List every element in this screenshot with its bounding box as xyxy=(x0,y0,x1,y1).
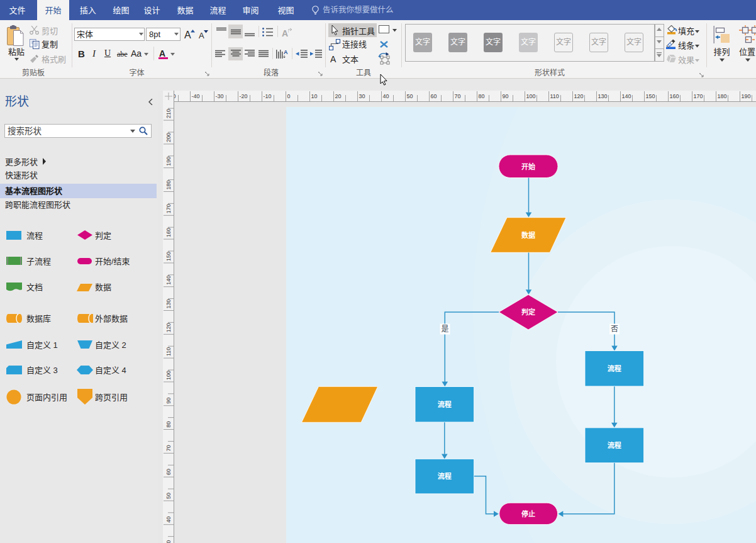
svg-text:流程: 流程 xyxy=(608,441,621,449)
svg-text:30: 30 xyxy=(359,93,365,99)
svg-text:190: 190 xyxy=(742,93,751,99)
svg-text:160: 160 xyxy=(165,228,172,237)
svg-text:数据: 数据 xyxy=(521,231,535,239)
svg-text:180: 180 xyxy=(718,93,727,99)
svg-text:否: 否 xyxy=(611,325,618,333)
svg-text:120: 120 xyxy=(165,323,172,332)
svg-text:100: 100 xyxy=(526,93,536,99)
svg-text:130: 130 xyxy=(598,93,608,99)
svg-text:100: 100 xyxy=(165,371,172,380)
svg-text:60: 60 xyxy=(165,469,172,475)
svg-text:流程: 流程 xyxy=(608,364,621,372)
svg-text:0: 0 xyxy=(287,93,291,99)
svg-text:20: 20 xyxy=(335,93,342,99)
svg-text:-30: -30 xyxy=(216,93,224,99)
svg-text:210: 210 xyxy=(165,109,172,118)
svg-text:开始: 开始 xyxy=(521,162,535,171)
svg-text:120: 120 xyxy=(574,93,584,99)
svg-text:流程: 流程 xyxy=(438,472,452,480)
svg-text:A: A xyxy=(284,49,288,55)
svg-text:70: 70 xyxy=(165,445,172,451)
svg-text:150: 150 xyxy=(646,93,655,99)
svg-text:110: 110 xyxy=(550,93,559,99)
svg-text:180: 180 xyxy=(165,180,172,189)
svg-text:150: 150 xyxy=(165,252,172,261)
svg-text:30: 30 xyxy=(165,540,172,543)
svg-text:-10: -10 xyxy=(264,93,272,99)
svg-text:50: 50 xyxy=(165,493,172,499)
svg-text:130: 130 xyxy=(165,299,172,308)
svg-text:60: 60 xyxy=(431,93,437,99)
svg-text:160: 160 xyxy=(670,93,679,99)
svg-text:50: 50 xyxy=(407,93,413,99)
svg-text:170: 170 xyxy=(694,93,703,99)
svg-text:40: 40 xyxy=(383,93,389,99)
svg-text:80: 80 xyxy=(165,421,172,427)
svg-text:140: 140 xyxy=(622,93,631,99)
svg-text:是: 是 xyxy=(441,325,448,333)
svg-text:170: 170 xyxy=(165,204,172,213)
svg-text:140: 140 xyxy=(165,276,172,285)
svg-text:流程: 流程 xyxy=(438,400,452,408)
svg-text:190: 190 xyxy=(165,157,172,166)
svg-text:90: 90 xyxy=(165,398,172,404)
svg-text:90: 90 xyxy=(503,93,509,99)
svg-text:70: 70 xyxy=(455,93,461,99)
svg-text:40: 40 xyxy=(165,517,172,523)
svg-text:-20: -20 xyxy=(240,93,248,99)
svg-text:判定: 判定 xyxy=(521,308,535,316)
svg-text:110: 110 xyxy=(165,347,172,356)
svg-text:10: 10 xyxy=(311,93,318,99)
svg-text:200: 200 xyxy=(165,133,172,142)
svg-text:停止: 停止 xyxy=(521,510,535,518)
svg-text:-40: -40 xyxy=(192,93,200,99)
svg-text:80: 80 xyxy=(479,93,485,99)
